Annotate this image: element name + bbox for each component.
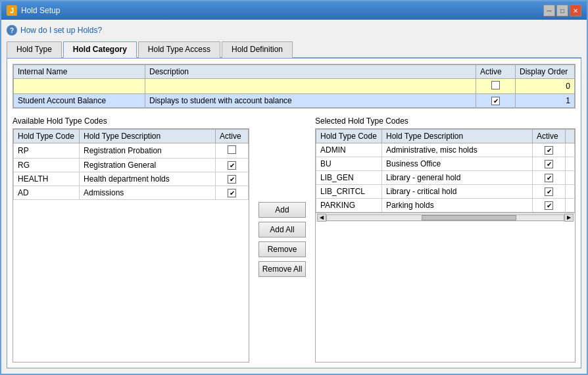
tab-bar: Hold Type Hold Category Hold Type Access… bbox=[7, 41, 581, 59]
header-description: Description bbox=[145, 65, 476, 79]
title-bar-controls: ─ □ ✕ bbox=[543, 5, 581, 16]
title-bar-left: J Hold Setup bbox=[7, 5, 60, 16]
header-sel-ht-code: Hold Type Code bbox=[316, 130, 382, 143]
scroll-left-arrow[interactable]: ◀ bbox=[317, 214, 326, 222]
active-checkbox[interactable]: ✔ bbox=[545, 160, 553, 168]
window-body: ? How do I set up Holds? Hold Type Hold … bbox=[1, 20, 587, 374]
close-button[interactable]: ✕ bbox=[570, 5, 581, 16]
cell-ht-code: RP bbox=[14, 143, 80, 159]
main-table-container: Internal Name Description Active Display… bbox=[12, 64, 576, 109]
minimize-button[interactable]: ─ bbox=[543, 5, 555, 16]
cell-ht-desc: Registration Probation bbox=[80, 143, 216, 159]
remove-button[interactable]: Remove bbox=[258, 241, 306, 257]
active-checkbox[interactable]: ✔ bbox=[228, 189, 236, 197]
cell-ht-active[interactable]: ✔ bbox=[216, 172, 249, 186]
cell-ht-code: RG bbox=[14, 159, 80, 172]
list-item[interactable]: HEALTH Health department holds ✔ bbox=[14, 172, 249, 186]
tab-hold-type[interactable]: Hold Type bbox=[7, 41, 62, 58]
maximize-button[interactable]: □ bbox=[556, 5, 568, 16]
horizontal-scrollbar[interactable]: ◀ ▶ bbox=[316, 213, 575, 222]
active-checkbox[interactable] bbox=[228, 145, 236, 154]
selected-section-title: Selected Hold Type Codes bbox=[315, 116, 576, 126]
remove-all-button[interactable]: Remove All bbox=[258, 261, 306, 277]
add-all-button[interactable]: Add All bbox=[258, 222, 306, 238]
selected-table: Hold Type Code Hold Type Description Act… bbox=[316, 129, 575, 213]
cell-spacer bbox=[566, 171, 575, 185]
cell-sel-ht-code: ADMIN bbox=[316, 143, 382, 157]
cell-active[interactable] bbox=[476, 79, 516, 94]
list-item[interactable]: LIB_GEN Library - general hold ✔ bbox=[316, 171, 575, 185]
selected-table-container: Hold Type Code Hold Type Description Act… bbox=[315, 128, 576, 362]
cell-sel-ht-active[interactable]: ✔ bbox=[533, 199, 566, 213]
cell-ht-desc: Registration General bbox=[80, 159, 216, 172]
scroll-track[interactable] bbox=[326, 214, 564, 221]
cell-sel-ht-active[interactable]: ✔ bbox=[533, 185, 566, 199]
cell-internal-name bbox=[14, 79, 145, 94]
available-table-container: Hold Type Code Hold Type Description Act… bbox=[12, 128, 249, 362]
help-icon: ? bbox=[7, 25, 17, 36]
list-item[interactable]: RG Registration General ✔ bbox=[14, 159, 249, 172]
header-ht-code: Hold Type Code bbox=[14, 130, 80, 143]
list-item[interactable]: LIB_CRITCL Library - critical hold ✔ bbox=[316, 185, 575, 199]
active-checkbox[interactable]: ✔ bbox=[545, 174, 553, 182]
tab-hold-definition[interactable]: Hold Definition bbox=[222, 41, 293, 58]
cell-sel-ht-code: BU bbox=[316, 157, 382, 171]
header-active: Active bbox=[476, 65, 516, 79]
header-ht-active: Active bbox=[216, 130, 249, 143]
cell-display-order: 1 bbox=[516, 94, 575, 108]
tab-content: Internal Name Description Active Display… bbox=[7, 59, 581, 368]
available-table: Hold Type Code Hold Type Description Act… bbox=[13, 129, 249, 200]
help-link[interactable]: ? How do I set up Holds? bbox=[7, 25, 581, 36]
cell-ht-desc: Health department holds bbox=[80, 172, 216, 186]
active-checkbox[interactable]: ✔ bbox=[491, 97, 500, 105]
cell-sel-ht-desc: Library - critical hold bbox=[382, 185, 533, 199]
list-item[interactable]: AD Admissions ✔ bbox=[14, 186, 249, 200]
cell-ht-active[interactable] bbox=[216, 143, 249, 159]
selected-section: Selected Hold Type Codes Hold Type Code … bbox=[315, 116, 576, 362]
add-button[interactable]: Add bbox=[258, 202, 306, 218]
cell-ht-active[interactable]: ✔ bbox=[216, 159, 249, 172]
cell-sel-ht-active[interactable]: ✔ bbox=[533, 171, 566, 185]
tab-hold-type-access[interactable]: Hold Type Access bbox=[138, 41, 220, 58]
active-checkbox[interactable] bbox=[491, 81, 500, 89]
middle-buttons: Add Add All Remove Remove All bbox=[256, 116, 308, 362]
list-item[interactable]: RP Registration Probation bbox=[14, 143, 249, 159]
list-item[interactable]: ADMIN Administrative, misc holds ✔ bbox=[316, 143, 575, 157]
main-window: J Hold Setup ─ □ ✕ ? How do I set up Hol… bbox=[0, 0, 588, 375]
header-internal-name: Internal Name bbox=[14, 65, 145, 79]
table-row[interactable]: Student Account Balance Displays to stud… bbox=[14, 94, 575, 108]
active-checkbox[interactable]: ✔ bbox=[228, 175, 236, 184]
cell-sel-ht-desc: Administrative, misc holds bbox=[382, 143, 533, 157]
scroll-right-arrow[interactable]: ▶ bbox=[564, 214, 574, 222]
main-table: Internal Name Description Active Display… bbox=[13, 64, 575, 108]
header-sel-ht-desc: Hold Type Description bbox=[382, 130, 533, 143]
cell-description bbox=[145, 79, 476, 94]
cell-description: Displays to student with account balance bbox=[145, 94, 476, 108]
list-item[interactable]: PARKING Parking holds ✔ bbox=[316, 199, 575, 213]
active-checkbox[interactable]: ✔ bbox=[228, 161, 236, 170]
cell-spacer bbox=[566, 185, 575, 199]
window-title: Hold Setup bbox=[21, 6, 60, 15]
cell-sel-ht-desc: Parking holds bbox=[382, 199, 533, 213]
available-section: Available Hold Type Codes Hold Type Code… bbox=[12, 116, 249, 362]
table-row[interactable]: 0 bbox=[14, 79, 575, 94]
header-display-order: Display Order bbox=[516, 65, 575, 79]
tab-hold-category[interactable]: Hold Category bbox=[63, 41, 137, 58]
cell-sel-ht-active[interactable]: ✔ bbox=[533, 143, 566, 157]
cell-sel-ht-desc: Business Office bbox=[382, 157, 533, 171]
active-checkbox[interactable]: ✔ bbox=[545, 146, 553, 155]
cell-ht-active[interactable]: ✔ bbox=[216, 186, 249, 200]
cell-sel-ht-active[interactable]: ✔ bbox=[533, 157, 566, 171]
header-sel-ht-active: Active bbox=[533, 130, 566, 143]
cell-sel-ht-code: LIB_GEN bbox=[316, 171, 382, 185]
cell-display-order: 0 bbox=[516, 79, 575, 94]
cell-internal-name: Student Account Balance bbox=[14, 94, 145, 108]
active-checkbox[interactable]: ✔ bbox=[545, 188, 553, 196]
cell-sel-ht-code: PARKING bbox=[316, 199, 382, 213]
app-icon: J bbox=[7, 5, 17, 16]
scroll-thumb[interactable] bbox=[422, 215, 516, 220]
list-item[interactable]: BU Business Office ✔ bbox=[316, 157, 575, 171]
cell-spacer bbox=[566, 143, 575, 157]
cell-active[interactable]: ✔ bbox=[476, 94, 516, 108]
active-checkbox[interactable]: ✔ bbox=[545, 201, 553, 210]
